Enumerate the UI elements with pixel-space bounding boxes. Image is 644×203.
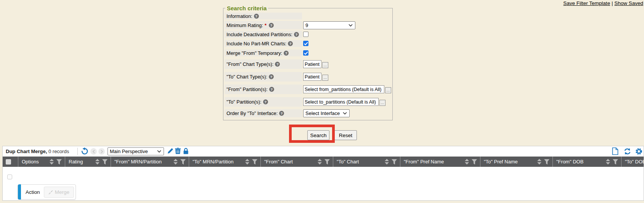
edit-pencil-icon[interactable]	[167, 148, 173, 154]
criteria-label-include-deactivated-partitions: Include Deactivated Partitions:?	[225, 31, 302, 38]
column-header-to-dob[interactable]: "To" DOB	[621, 157, 644, 167]
criteria-label-from-chart-types: "From" Chart Type(s):?	[225, 59, 302, 69]
column-label: Rating	[69, 159, 83, 165]
checkmark-icon	[304, 51, 308, 55]
help-icon[interactable]: ?	[269, 74, 274, 79]
page: Save Filter Template | Show Saved Search…	[0, 0, 644, 203]
action-accent-bar	[18, 184, 21, 200]
to-chart-types-picker-button[interactable]: ...	[322, 75, 328, 81]
filter-icon[interactable]	[324, 159, 330, 165]
from-chart-types-input[interactable]: Patient	[303, 60, 321, 68]
to-partitions-input[interactable]: Select to_partitions (Default is All)	[303, 98, 379, 106]
refresh-icon[interactable]	[624, 148, 631, 155]
chevron-down-icon	[348, 24, 353, 27]
column-label: "To" Chart	[337, 159, 359, 165]
column-header-to-pref-name[interactable]: "To" Pref Name	[480, 157, 552, 167]
sort-icon[interactable]	[465, 159, 469, 165]
criteria-row-include-deactivated-partitions: Include Deactivated Partitions:?	[225, 31, 391, 38]
sort-icon[interactable]	[385, 159, 389, 165]
merge-icon	[48, 190, 53, 195]
sort-icon[interactable]	[537, 159, 541, 165]
column-header-from-mrn-partition[interactable]: "From" MRN/Partition	[111, 157, 189, 167]
criteria-row-information: Information:?	[225, 13, 391, 19]
toolbar-divider	[77, 148, 78, 155]
column-header-options[interactable]: Options	[18, 157, 65, 167]
from-partitions-picker-button[interactable]: ...	[385, 87, 391, 93]
order-by-to-interface-select[interactable]: Select Interface	[303, 109, 350, 117]
column-label: "To" DOB	[625, 159, 644, 165]
chevron-down-icon	[343, 112, 347, 115]
minimum-rating-value: 9	[305, 22, 308, 28]
include-no-part-mr-charts-checkbox[interactable]	[303, 41, 308, 46]
filter-icon[interactable]	[472, 159, 477, 165]
help-icon[interactable]: ?	[279, 111, 284, 116]
to-partitions-picker-button[interactable]: ...	[379, 100, 385, 106]
criteria-label-include-no-part-mr-charts: Include No Part-MR Charts:?	[225, 40, 302, 47]
order-by-to-interface-value: Select Interface	[305, 110, 340, 116]
minimum-rating-select[interactable]: 9	[303, 21, 355, 29]
next-icon[interactable]	[98, 148, 105, 155]
select-all-column	[3, 157, 18, 167]
filter-icon[interactable]	[392, 159, 397, 165]
filter-icon[interactable]	[102, 159, 108, 165]
column-header-from-pref-name[interactable]: "From" Pref Name	[400, 157, 480, 167]
column-header-from-chart[interactable]: "From" Chart	[260, 157, 333, 167]
criteria-row-to-partitions: "To" Partition(s):?Select to_partitions …	[225, 97, 391, 107]
sort-icon[interactable]	[50, 159, 54, 165]
include-deactivated-partitions-checkbox[interactable]	[303, 32, 308, 37]
new-document-icon[interactable]	[612, 147, 618, 155]
merge-button[interactable]: Merge	[44, 187, 74, 198]
previous-icon[interactable]	[90, 148, 97, 155]
save-filter-template-link[interactable]: Save Filter Template	[563, 0, 610, 6]
help-icon[interactable]: ?	[263, 99, 268, 104]
column-label: "To" MRN/Partition	[193, 159, 233, 165]
from-partitions-input[interactable]: Select from_partitions (Default is All)	[303, 85, 384, 93]
filter-icon[interactable]	[544, 159, 549, 165]
gear-icon[interactable]	[635, 148, 642, 155]
sort-icon[interactable]	[95, 159, 100, 165]
sort-icon[interactable]	[606, 159, 610, 165]
column-header-to-chart[interactable]: "To" Chart	[333, 157, 400, 167]
filter-icon[interactable]	[252, 159, 257, 165]
undo-icon[interactable]	[81, 147, 88, 155]
reset-button[interactable]: Reset	[334, 130, 357, 140]
lock-icon[interactable]	[183, 148, 189, 154]
delete-trash-icon[interactable]	[175, 148, 181, 154]
from-chart-types-picker-button[interactable]: ...	[322, 62, 328, 68]
help-icon[interactable]: ?	[294, 32, 299, 37]
to-chart-types-input[interactable]: Patient	[303, 73, 321, 81]
perspective-select[interactable]: Main Perspective	[108, 147, 164, 155]
show-saved-link[interactable]: Show Saved	[614, 0, 643, 6]
help-icon[interactable]: ?	[254, 14, 259, 19]
help-icon[interactable]: ?	[269, 87, 274, 92]
empty-row-checkbox[interactable]	[7, 174, 12, 179]
help-icon[interactable]: ?	[275, 62, 280, 67]
column-header-rating[interactable]: Rating	[65, 157, 111, 167]
help-icon[interactable]: ?	[269, 23, 274, 28]
help-icon[interactable]: ?	[288, 41, 293, 46]
merge-from-temporary-checkbox[interactable]	[303, 50, 308, 56]
sort-icon[interactable]	[173, 159, 178, 165]
criteria-label-to-partitions: "To" Partition(s):?	[225, 97, 302, 107]
criteria-label-from-partitions: "From" Partition(s):?	[225, 85, 302, 94]
select-all-checkbox[interactable]	[6, 159, 11, 165]
sort-icon[interactable]	[245, 159, 249, 165]
search-criteria-rows: Information:?Minimum Rating:*?9Include D…	[225, 13, 391, 117]
criteria-row-include-no-part-mr-charts: Include No Part-MR Charts:?	[225, 40, 391, 47]
criteria-row-order-by-to-interface: Order By "To" Interface:?Select Interfac…	[225, 109, 391, 117]
sort-icon[interactable]	[318, 159, 322, 165]
help-icon[interactable]: ?	[284, 51, 289, 56]
checkmark-icon	[304, 42, 308, 45]
search-button[interactable]: Search	[307, 130, 329, 140]
action-label: Action	[26, 185, 40, 199]
column-header-from-dob[interactable]: "From" DOB	[552, 157, 621, 167]
column-header-to-mrn-partition[interactable]: "To" MRN/Partition	[189, 157, 260, 167]
required-asterisk: *	[265, 22, 267, 28]
chevron-down-icon	[157, 150, 161, 153]
filter-icon[interactable]	[613, 159, 618, 165]
filter-icon[interactable]	[180, 159, 186, 165]
filter-icon[interactable]	[56, 159, 62, 165]
criteria-row-minimum-rating: Minimum Rating:*?9	[225, 21, 391, 29]
criteria-row-from-partitions: "From" Partition(s):?Select from_partiti…	[225, 85, 391, 94]
grid-title: Dup Chart Merge, 0 records	[6, 149, 69, 154]
